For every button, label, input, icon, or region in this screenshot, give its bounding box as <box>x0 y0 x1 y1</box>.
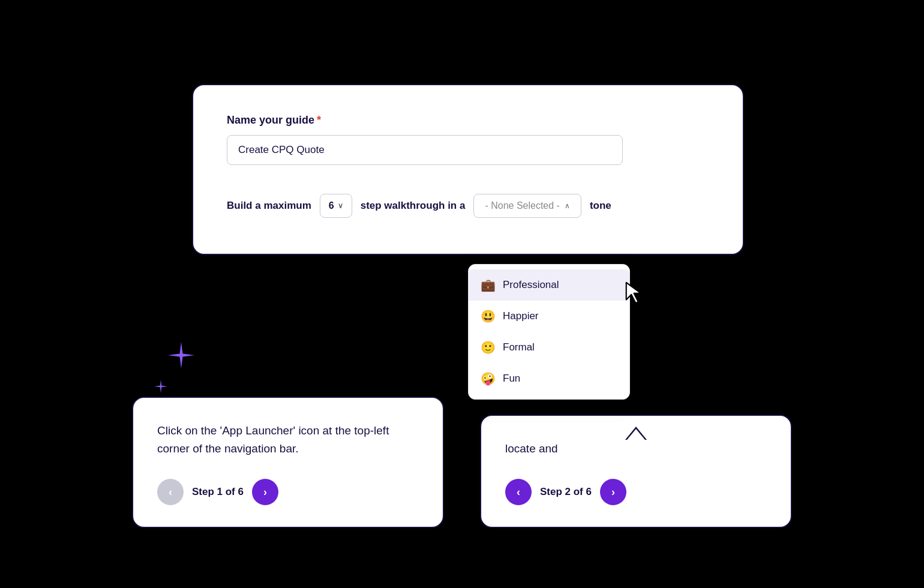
card-arrow-inner <box>627 429 645 440</box>
tone-chevron-icon: ∧ <box>565 202 570 210</box>
steps-value: 6 <box>329 200 334 211</box>
build-suffix-text: tone <box>590 200 611 212</box>
build-row: Build a maximum 6 ∨ step walkthrough in … <box>227 194 709 218</box>
tone-dropdown-menu: 💼 Professional 😃 Happier 🙂 Formal 🤪 Fun <box>468 264 630 400</box>
guide-name-label: Name your guide* <box>227 114 709 127</box>
steps-dropdown[interactable]: 6 ∨ <box>320 194 352 218</box>
happier-label: Happier <box>503 310 539 322</box>
step-1-next-button[interactable]: › <box>252 479 278 505</box>
step-2-nav: ‹ Step 2 of 6 › <box>505 479 767 505</box>
step-1-prev-button[interactable]: ‹ <box>157 479 184 505</box>
fun-label: Fun <box>503 373 520 385</box>
build-middle-text: step walkthrough in a <box>361 200 466 212</box>
tone-option-formal[interactable]: 🙂 Formal <box>469 332 629 363</box>
sparkle-small-icon <box>154 379 168 396</box>
step-2-prev-button[interactable]: ‹ <box>505 479 532 505</box>
step-1-label: Step 1 of 6 <box>192 486 244 498</box>
tone-option-fun[interactable]: 🤪 Fun <box>469 363 629 394</box>
steps-chevron-icon: ∨ <box>338 202 343 210</box>
step-2-label: Step 2 of 6 <box>540 486 592 498</box>
tone-option-professional[interactable]: 💼 Professional <box>469 269 629 301</box>
formal-label: Formal <box>503 341 535 353</box>
build-prefix-text: Build a maximum <box>227 200 311 212</box>
professional-label: Professional <box>503 279 559 291</box>
step-card-1: Click on the 'App Launcher' icon at the … <box>132 397 444 528</box>
step-2-next-button[interactable]: › <box>600 479 626 505</box>
step-2-text: locate and <box>505 440 767 457</box>
formal-emoji: 🙂 <box>481 340 496 355</box>
main-form-card: Name your guide* Build a maximum 6 ∨ ste… <box>192 84 744 255</box>
step-1-text: Click on the 'App Launcher' icon at the … <box>157 422 419 457</box>
happier-emoji: 😃 <box>481 309 496 323</box>
guide-name-input[interactable] <box>227 135 623 165</box>
professional-emoji: 💼 <box>481 278 496 292</box>
step-card-2: locate and ‹ Step 2 of 6 › <box>480 415 792 528</box>
tone-option-happier[interactable]: 😃 Happier <box>469 301 629 332</box>
sparkle-large-icon <box>167 341 196 372</box>
step-1-nav: ‹ Step 1 of 6 › <box>157 479 419 505</box>
fun-emoji: 🤪 <box>481 371 496 386</box>
tone-placeholder: - None Selected - <box>485 200 560 211</box>
tone-dropdown[interactable]: - None Selected - ∧ <box>473 194 581 218</box>
